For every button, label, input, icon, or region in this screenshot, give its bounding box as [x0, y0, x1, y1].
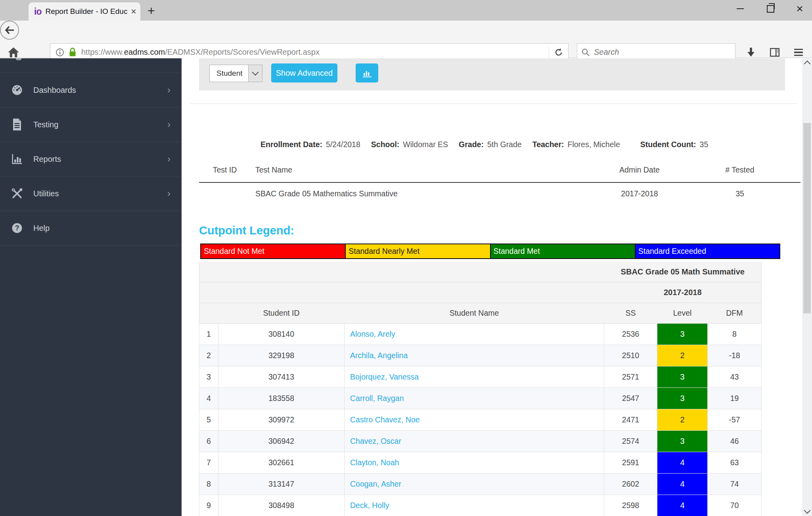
table-row: 6 306942 Chavez, Oscar 2574 3 46: [199, 431, 762, 452]
dfm-cell: -18: [708, 345, 762, 366]
level-cell: 3: [657, 324, 708, 345]
library-sidebar-button[interactable]: [768, 45, 782, 59]
browser-window: io Report Builder - IO Educat... × + ×: [0, 0, 812, 516]
chevron-right-icon: ›: [167, 84, 170, 96]
student-id-cell: 302661: [218, 452, 345, 474]
row-number: 2: [199, 345, 218, 366]
downloads-button[interactable]: [744, 45, 758, 59]
table-title-row: SBAC Grade 05 Math Summative: [199, 262, 762, 282]
dfm-cell: 46: [708, 431, 762, 452]
sidebar-item-help[interactable]: ? Help: [0, 211, 182, 246]
url-text[interactable]: https://www.eadms.com/EADMSX/Reports/Sco…: [81, 48, 549, 57]
titlebar: io Report Builder - IO Educat... × + ×: [0, 0, 812, 21]
dfm-cell: 19: [708, 388, 762, 409]
student-id-cell: 309972: [218, 409, 345, 431]
new-tab-button[interactable]: +: [147, 3, 155, 18]
cutpoint-legend-title: Cutpoint Legend:: [199, 224, 294, 237]
chart-icon: [362, 68, 372, 78]
sidebar-item-reports[interactable]: Reports ›: [0, 142, 182, 176]
sidebar-item-testing[interactable]: Testing ›: [0, 107, 182, 142]
back-arrow-icon: [4, 26, 15, 35]
show-advanced-button[interactable]: Show Advanced: [271, 63, 337, 82]
student-name-link[interactable]: Alonso, Arely: [350, 330, 395, 338]
student-name-link[interactable]: Carroll, Raygan: [350, 394, 404, 403]
tools-icon: [11, 188, 23, 199]
select-dropdown-arrow[interactable]: [248, 65, 262, 82]
level-cell: 4: [657, 452, 708, 474]
chevron-right-icon: ›: [167, 119, 170, 130]
student-id-cell: 183558: [218, 388, 345, 409]
filter-panel: Student Show Advanced: [199, 58, 785, 90]
row-number: 8: [199, 474, 218, 495]
level-cell: 2: [657, 409, 708, 431]
tab-close-icon[interactable]: ×: [131, 7, 136, 16]
back-button[interactable]: [0, 21, 19, 40]
chevron-down-icon: [252, 69, 259, 76]
sidebar-menu: Dashboards › Testing ›: [0, 73, 182, 246]
home-icon: [8, 47, 19, 58]
https-lock-icon[interactable]: [68, 47, 77, 58]
url-scheme: https://www.: [81, 48, 124, 56]
help-icon: ?: [11, 222, 23, 234]
scroll-down-arrow-icon[interactable]: [804, 507, 811, 514]
student-name-column-header: Student Name: [345, 303, 604, 324]
student-name-cell: Alonso, Arely: [345, 324, 604, 345]
ss-cell: 2510: [604, 345, 657, 366]
search-input[interactable]: [593, 47, 731, 57]
browser-tab[interactable]: io Report Builder - IO Educat... ×: [29, 2, 140, 21]
table-row: 1 308140 Alonso, Arely 2536 3 8: [199, 324, 762, 345]
window-minimize-button[interactable]: [728, 0, 753, 17]
student-name-cell: Deck, Holly: [345, 495, 604, 516]
report-content: Student Show Advanced Enrollment Date:5/…: [182, 58, 802, 516]
dfm-cell: 43: [708, 366, 762, 388]
level-cell: 4: [657, 495, 708, 516]
download-icon: [746, 47, 756, 58]
student-name-link[interactable]: Castro Chavez, Noe: [350, 415, 420, 424]
chart-view-button[interactable]: [356, 63, 378, 82]
window-restore-button[interactable]: [758, 0, 783, 17]
scroll-up-arrow-icon[interactable]: [804, 61, 811, 67]
student-name-cell: Chavez, Oscar: [345, 431, 604, 452]
row-number: 7: [199, 452, 218, 474]
sidebar-item-label: Help: [33, 224, 182, 233]
site-favicon-io: io: [34, 6, 41, 17]
level-cell: 3: [657, 388, 708, 409]
table-row: 4 183558 Carroll, Raygan 2547 3 19: [199, 388, 762, 409]
dfm-cell: 8: [708, 324, 762, 345]
student-scores-table: SBAC Grade 05 Math Summative 2017-2018 S…: [199, 262, 762, 516]
student-name-cell: Castro Chavez, Noe: [345, 409, 604, 431]
window-close-button[interactable]: ×: [787, 0, 812, 17]
test-name-header: Test Name: [255, 165, 292, 175]
ss-cell: 2602: [604, 474, 657, 495]
tab-title: Report Builder - IO Educat...: [45, 7, 128, 16]
group-by-select[interactable]: Student: [209, 65, 262, 82]
scrollbar-thumb[interactable]: [803, 123, 811, 313]
ss-cell: 2571: [604, 366, 657, 388]
sidebar-item-label: Dashboards: [33, 86, 167, 95]
dfm-cell: 70: [708, 495, 762, 516]
student-name-link[interactable]: Bojorquez, Vanessa: [350, 372, 419, 381]
navigation-toolbar: https://www.eadms.com/EADMSX/Reports/Sco…: [0, 21, 812, 58]
sidebar-item-utilities[interactable]: Utilities ›: [0, 176, 182, 211]
student-name-link[interactable]: Archila, Angelina: [350, 351, 408, 360]
ss-cell: 2591: [604, 452, 657, 474]
student-name-link[interactable]: Clayton, Noah: [350, 458, 399, 467]
table-row: 3 307413 Bojorquez, Vanessa 2571 3 43: [199, 366, 762, 388]
group-by-value: Student: [210, 65, 248, 82]
sidebar-item-dashboards[interactable]: Dashboards ›: [0, 73, 182, 107]
sidebar-item-label: Reports: [33, 155, 167, 164]
test-title-header: SBAC Grade 05 Math Summative: [604, 262, 762, 282]
home-button[interactable]: [6, 45, 21, 59]
app-sidebar: Dashboards › Testing ›: [0, 58, 182, 516]
student-name-link[interactable]: Chavez, Oscar: [350, 437, 401, 445]
page-info-icon[interactable]: [55, 48, 65, 57]
table-row: 8 313147 Coogan, Asher 2602 4 74: [199, 474, 762, 495]
vertical-scrollbar[interactable]: [802, 58, 812, 516]
level-cell: 2: [657, 345, 708, 366]
student-name-link[interactable]: Deck, Holly: [350, 501, 389, 510]
table-row: 9 308498 Deck, Holly 2598 4 70: [199, 495, 762, 516]
menu-button[interactable]: [791, 45, 806, 59]
test-table-rule: [199, 182, 801, 183]
level-cell: 4: [657, 474, 708, 495]
student-name-link[interactable]: Coogan, Asher: [350, 480, 401, 488]
